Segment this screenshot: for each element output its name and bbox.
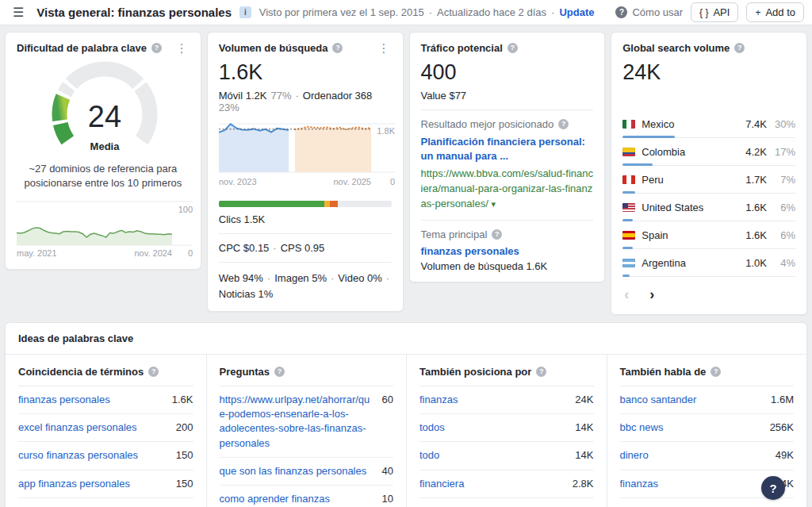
country-link[interactable]: United States [642,202,703,213]
api-button[interactable]: { } API [691,2,738,22]
keyword-volume: 60 [382,393,393,407]
country-share: 4% [767,257,795,269]
country-row: Argentina 1.0K4% [622,249,795,277]
add-to-button[interactable]: + Add to [746,2,804,22]
image-pct: Imagen 5% [274,271,327,286]
flag-peru-icon [622,175,635,184]
first-seen-text: Visto por primera vez el 1 sep. 2015 [259,6,424,18]
dot-separator: · [273,242,276,254]
country-link[interactable]: Colombia [642,146,685,158]
keyword-link[interactable]: financiera [419,477,464,491]
keyword-row: curso finanzas personales150 [18,442,193,470]
global-volume-card: Global search volume ? 24K Mexico 7.4K30… [611,32,807,315]
country-share: 6% [767,202,795,213]
traffic-potential-card: Tráfico potencial ? 400 Value $77 Result… [409,32,606,282]
help-icon[interactable]: ? [274,367,285,377]
paid-clicks-segment [324,201,331,207]
volume-trend-chart: 1.8K nov. 2023 nov. 2025 0 [219,121,395,193]
info-badge[interactable]: i [239,6,251,18]
how-to-use-button[interactable]: ? Cómo usar [615,6,683,18]
keyword-link[interactable]: dinero [620,448,649,463]
keyword-link[interactable]: finanzas personales [18,393,110,407]
news-pct: Noticias 1% [219,286,274,302]
y-axis-max-label: 1.8K [377,126,395,136]
keyword-link[interactable]: todo [419,448,439,463]
kebab-menu-icon[interactable]: ⋮ [174,42,190,54]
help-icon[interactable]: ? [151,43,162,53]
keyword-link[interactable]: banco santander [620,393,697,407]
terms-match-column: Coincidencia de términos ? finanzas pers… [6,355,206,507]
help-icon[interactable]: ? [332,43,343,53]
difficulty-history-chart: 100 may. 2021 nov. 2024 0 [17,199,193,259]
question-circle-icon: ? [615,6,627,18]
traffic-value: 400 [421,60,594,85]
keyword-link[interactable]: finanzas [620,477,658,491]
keyword-link[interactable]: que son las finanzas personales [220,464,367,478]
top-result-title-link[interactable]: Planificación financiera personal: un ma… [421,135,594,163]
video-pct: Video 0% [338,271,381,286]
prev-page-icon[interactable]: ‹ [624,286,629,303]
country-volume: 1.6K [745,202,767,213]
keyword-link[interactable]: curso finanzas personales [18,448,138,463]
keyword-link[interactable]: todos [419,421,445,435]
country-link[interactable]: Mexico [642,118,674,130]
help-icon[interactable]: ? [710,367,721,377]
keyword-volume: 1.6M [771,393,794,407]
web-pct: Web 94% [219,271,263,286]
parent-topic-link[interactable]: finanzas personales [421,245,594,257]
country-row: Spain 1.6K6% [622,221,795,249]
difficulty-gauge: 24 Media [17,54,193,159]
y-axis-min-label: 0 [188,248,193,258]
country-link[interactable]: Peru [642,174,663,186]
traffic-card-title: Tráfico potencial [421,42,503,54]
help-icon[interactable]: ? [508,43,518,53]
help-icon[interactable]: ? [558,119,569,129]
country-row: Colombia 4.2K17% [622,138,795,166]
country-volume: 7.4K [745,118,767,130]
keyword-volume: 150 [176,448,193,463]
top-result-label: Resultado mejor posicionado [421,118,554,130]
hamburger-menu-icon[interactable]: ☰ [8,5,29,20]
keyword-row: finanzas personales1.6K [18,386,193,414]
help-icon[interactable]: ? [734,43,745,53]
update-link[interactable]: Update [559,6,594,18]
country-link[interactable]: Spain [642,229,668,241]
keyword-volume: 200 [176,421,193,435]
keyword-link[interactable]: bbc news [620,421,664,435]
keyword-row: como aprender finanzas personales10 [220,486,394,507]
dot-separator: · [429,6,432,18]
keyword-link[interactable]: como aprender finanzas personales [220,492,374,507]
keyword-volume: 2.8K [573,477,594,491]
keyword-link[interactable]: excel finanzas personales [18,421,137,435]
help-icon[interactable]: ? [492,229,502,240]
top-bar: ☰ Vista general: finanzas personales i V… [0,0,812,25]
keyword-row: bbc news256K [620,414,795,442]
keyword-row: app finanzas personales150 [18,471,193,498]
country-link[interactable]: Argentina [642,257,686,269]
help-fab-button[interactable]: ? [761,476,785,500]
caret-down-icon[interactable]: ▾ [491,199,496,209]
topbar-actions: ? Cómo usar { } API + Add to [615,2,804,22]
keyword-volume: 24K [575,393,593,407]
help-icon[interactable]: ? [148,367,159,377]
top-result-url[interactable]: https://www.bbva.com/es/salud-financiera… [421,167,594,212]
desktop-pct: 23% [219,102,239,113]
next-page-icon[interactable]: › [649,286,654,303]
keyword-link[interactable]: finanzas [419,393,458,407]
help-icon[interactable]: ? [536,367,546,377]
parent-topic-volume: Volumen de búsqueda 1.6K [421,260,594,272]
plus-icon: + [755,7,760,18]
updated-text: Actualizado hace 2 días [437,6,546,18]
difficulty-card-title: Dificultad de palabra clave [17,42,147,54]
column-title: También posiciona por [419,366,531,378]
country-volume: 1.0K [745,257,767,269]
kebab-menu-icon[interactable]: ⋮ [377,42,392,54]
global-volume-value: 24K [622,60,795,85]
difficulty-score: 24 [88,100,121,133]
country-list: Mexico 7.4K30% Colombia 4.2K17% Peru 1.7… [622,110,795,277]
keyword-link[interactable]: https://www.urlpay.net/ahorrar/que-podem… [220,393,374,451]
keyword-volume: 40 [382,464,393,478]
x-axis-end-label: nov. 2025 [333,177,371,186]
keyword-link[interactable]: app finanzas personales [18,477,130,491]
questions-column: Preguntas ? https://www.urlpay.net/ahorr… [206,355,407,507]
